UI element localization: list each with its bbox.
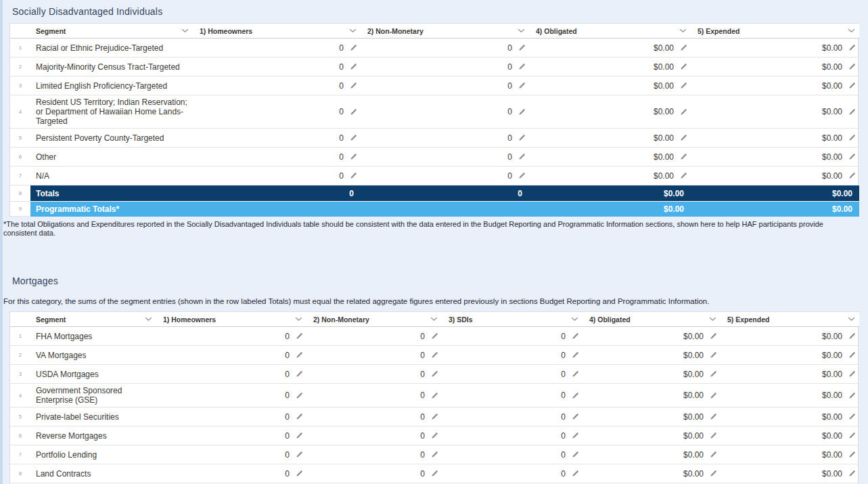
edit-pencil-icon[interactable] [710, 451, 717, 458]
edit-pencil-icon[interactable] [350, 44, 357, 51]
edit-pencil-icon[interactable] [350, 108, 357, 116]
edit-pencil-icon[interactable] [518, 134, 526, 141]
edit-pencil-icon[interactable] [848, 172, 856, 179]
column-header-label: 2) Non-Monetary [367, 27, 424, 35]
edit-pencil-icon[interactable] [431, 470, 438, 477]
edit-pencil-icon[interactable] [848, 63, 856, 70]
column-header-4-obligated[interactable]: 4) Obligated [583, 312, 721, 327]
edit-pencil-icon[interactable] [710, 332, 717, 340]
edit-pencil-icon[interactable] [431, 451, 438, 458]
edit-pencil-icon[interactable] [572, 470, 579, 477]
column-header-4-obligated[interactable]: 4) Obligated [529, 24, 691, 39]
edit-pencil-icon[interactable] [350, 134, 357, 141]
edit-pencil-icon[interactable] [431, 392, 438, 399]
edit-pencil-icon[interactable] [296, 370, 303, 378]
column-header-2-non-monetary[interactable]: 2) Non-Monetary [361, 24, 529, 39]
edit-pencil-icon[interactable] [848, 351, 856, 359]
edit-pencil-icon[interactable] [710, 370, 717, 378]
edit-pencil-icon[interactable] [680, 82, 687, 89]
row-number: 5 [10, 408, 30, 426]
edit-pencil-icon[interactable] [848, 44, 856, 51]
column-header-5-expended[interactable]: 5) Expended [721, 312, 859, 327]
edit-pencil-icon[interactable] [296, 332, 303, 340]
segment-cell: Majority-Minority Census Tract-Targeted [30, 58, 193, 76]
column-header-3-sdis[interactable]: 3) SDIs [442, 312, 583, 327]
edit-pencil-icon[interactable] [572, 451, 579, 458]
edit-pencil-icon[interactable] [848, 153, 856, 160]
edit-pencil-icon[interactable] [296, 451, 303, 458]
column-header-segment[interactable]: Segment [30, 312, 156, 327]
edit-pencil-icon[interactable] [296, 351, 303, 359]
edit-pencil-icon[interactable] [350, 82, 357, 89]
header-row: Segment1) Homeowners2) Non-Monetary4) Ob… [10, 24, 859, 39]
edit-pencil-icon[interactable] [680, 44, 687, 51]
edit-pencil-icon[interactable] [296, 470, 303, 477]
edit-pencil-icon[interactable] [710, 413, 717, 420]
edit-pencil-icon[interactable] [431, 370, 438, 378]
edit-pencil-icon[interactable] [680, 63, 687, 70]
edit-pencil-icon[interactable] [350, 153, 357, 160]
edit-pencil-icon[interactable] [296, 392, 303, 399]
edit-pencil-icon[interactable] [848, 108, 856, 116]
edit-pencil-icon[interactable] [518, 153, 526, 160]
chevron-down-icon[interactable] [848, 317, 855, 322]
edit-pencil-icon[interactable] [296, 432, 303, 439]
edit-pencil-icon[interactable] [350, 172, 357, 179]
edit-pencil-icon[interactable] [431, 432, 438, 439]
edit-pencil-icon[interactable] [680, 153, 687, 160]
edit-pencil-icon[interactable] [680, 108, 687, 116]
row-number: 6 [10, 426, 30, 445]
edit-pencil-icon[interactable] [848, 470, 856, 477]
chevron-down-icon[interactable] [571, 317, 578, 322]
edit-pencil-icon[interactable] [431, 332, 438, 340]
edit-pencil-icon[interactable] [431, 413, 438, 420]
column-header-5-expended[interactable]: 5) Expended [691, 24, 859, 39]
chevron-down-icon[interactable] [679, 28, 687, 33]
edit-pencil-icon[interactable] [848, 82, 856, 89]
chevron-down-icon[interactable] [349, 28, 357, 33]
edit-pencil-icon[interactable] [518, 172, 526, 179]
column-header-1-homeowners[interactable]: 1) Homeowners [156, 312, 306, 327]
edit-pencil-icon[interactable] [572, 392, 579, 399]
column-header-1-homeowners[interactable]: 1) Homeowners [193, 24, 361, 39]
edit-pencil-icon[interactable] [710, 392, 717, 399]
edit-pencil-icon[interactable] [848, 432, 856, 439]
value-cell: 0 [193, 148, 361, 167]
chevron-down-icon[interactable] [848, 28, 855, 33]
edit-pencil-icon[interactable] [572, 413, 579, 420]
edit-pencil-icon[interactable] [680, 134, 687, 141]
edit-pencil-icon[interactable] [572, 351, 579, 359]
edit-pencil-icon[interactable] [710, 351, 717, 359]
value-cell: 0 [306, 464, 442, 483]
edit-pencil-icon[interactable] [572, 332, 579, 340]
edit-pencil-icon[interactable] [431, 351, 438, 359]
edit-pencil-icon[interactable] [848, 370, 856, 378]
column-header-segment[interactable]: Segment [30, 24, 193, 39]
edit-pencil-icon[interactable] [848, 134, 856, 141]
row-number-header [10, 312, 30, 327]
edit-pencil-icon[interactable] [710, 470, 717, 477]
edit-pencil-icon[interactable] [518, 44, 526, 51]
value-cell: 0 [156, 408, 306, 426]
edit-pencil-icon[interactable] [572, 370, 579, 378]
edit-pencil-icon[interactable] [350, 63, 357, 70]
edit-pencil-icon[interactable] [680, 172, 687, 179]
edit-pencil-icon[interactable] [848, 332, 856, 340]
chevron-down-icon[interactable] [145, 317, 152, 322]
edit-pencil-icon[interactable] [518, 82, 526, 89]
chevron-down-icon[interactable] [709, 317, 716, 322]
edit-pencil-icon[interactable] [518, 108, 526, 116]
chevron-down-icon[interactable] [518, 28, 525, 33]
chevron-down-icon[interactable] [430, 317, 438, 322]
edit-pencil-icon[interactable] [848, 392, 856, 399]
edit-pencil-icon[interactable] [296, 413, 303, 420]
chevron-down-icon[interactable] [295, 317, 302, 322]
edit-pencil-icon[interactable] [848, 451, 856, 458]
chevron-down-icon[interactable] [181, 28, 189, 33]
cell-value: 0 [507, 43, 512, 53]
edit-pencil-icon[interactable] [518, 63, 526, 70]
column-header-2-non-monetary[interactable]: 2) Non-Monetary [306, 312, 442, 327]
edit-pencil-icon[interactable] [572, 432, 579, 439]
edit-pencil-icon[interactable] [710, 432, 717, 439]
edit-pencil-icon[interactable] [848, 413, 856, 420]
